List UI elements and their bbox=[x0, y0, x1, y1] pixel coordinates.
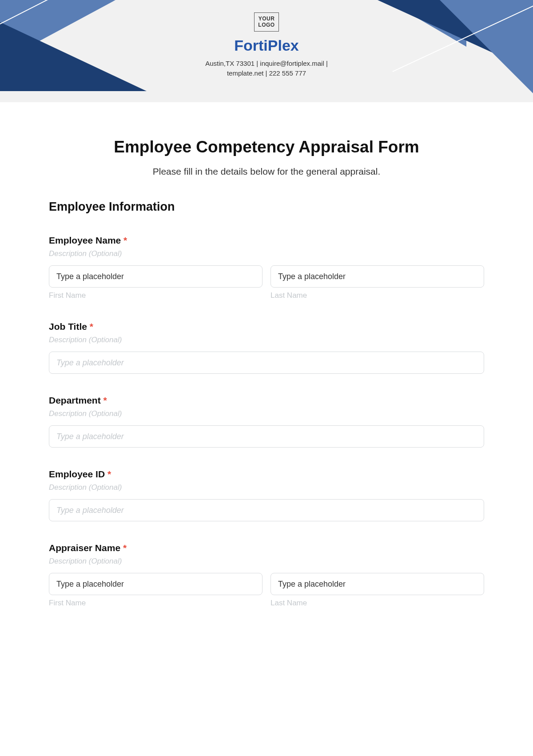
label-job-title: Job Title * bbox=[49, 321, 484, 332]
field-description[interactable]: Description (Optional) bbox=[49, 483, 484, 492]
employee-id-input[interactable] bbox=[49, 499, 484, 521]
form-title: Employee Competency Appraisal Form bbox=[49, 138, 484, 156]
field-employee-id: Employee ID * Description (Optional) bbox=[49, 469, 484, 521]
sublabel-last-name: Last Name bbox=[270, 291, 484, 300]
field-appraiser-name: Appraiser Name * Description (Optional) … bbox=[49, 543, 484, 608]
field-description[interactable]: Description (Optional) bbox=[49, 557, 484, 566]
last-name-input[interactable] bbox=[270, 265, 484, 288]
field-description[interactable]: Description (Optional) bbox=[49, 249, 484, 258]
company-name: FortiPlex bbox=[0, 37, 533, 54]
department-input[interactable] bbox=[49, 425, 484, 448]
job-title-input[interactable] bbox=[49, 352, 484, 374]
field-department: Department * Description (Optional) bbox=[49, 395, 484, 448]
section-employee-info: Employee Information bbox=[49, 200, 484, 214]
page-header: YOUR LOGO FortiPlex Austin,TX 73301 | in… bbox=[0, 0, 533, 102]
label-department: Department * bbox=[49, 395, 484, 406]
form-subtitle: Please fill in the details below for the… bbox=[49, 166, 484, 177]
label-appraiser-name: Appraiser Name * bbox=[49, 543, 484, 553]
appraiser-first-name-input[interactable] bbox=[49, 573, 263, 595]
first-name-input[interactable] bbox=[49, 265, 263, 288]
label-employee-id: Employee ID * bbox=[49, 469, 484, 480]
label-employee-name: Employee Name * bbox=[49, 235, 484, 246]
sublabel-first-name: First Name bbox=[49, 291, 263, 300]
field-job-title: Job Title * Description (Optional) bbox=[49, 321, 484, 374]
form-content: Employee Competency Appraisal Form Pleas… bbox=[0, 102, 533, 625]
sublabel-last-name: Last Name bbox=[270, 599, 484, 608]
appraiser-last-name-input[interactable] bbox=[270, 573, 484, 595]
field-employee-name: Employee Name * Description (Optional) F… bbox=[49, 235, 484, 300]
logo-placeholder: YOUR LOGO bbox=[254, 12, 278, 32]
contact-info: Austin,TX 73301 | inquire@fortiplex.mail… bbox=[182, 59, 351, 79]
field-description[interactable]: Description (Optional) bbox=[49, 336, 484, 344]
sublabel-first-name: First Name bbox=[49, 599, 263, 608]
field-description[interactable]: Description (Optional) bbox=[49, 409, 484, 418]
